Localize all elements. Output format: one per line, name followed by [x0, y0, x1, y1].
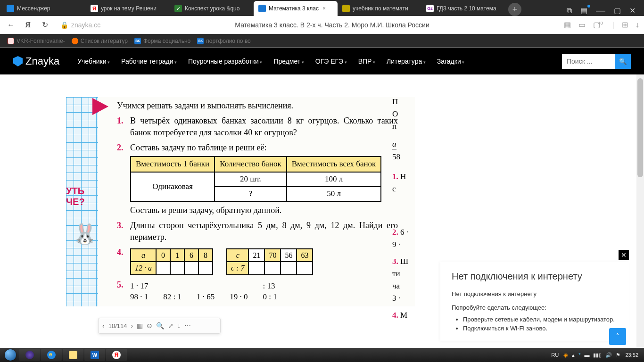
tray-icon-up[interactable]: ▴	[572, 352, 575, 358]
close-panel-button[interactable]: ✕	[619, 250, 629, 260]
edge-text: П	[392, 97, 411, 107]
tab-gdz[interactable]: GzГДЗ часть 2 10 матема	[421, 1, 505, 16]
new-tab-button[interactable]: +	[508, 3, 521, 16]
taskbar-explorer[interactable]	[63, 349, 83, 361]
download-icon[interactable]: ↓	[636, 21, 639, 29]
bookmark-portfolio[interactable]: ВКпортфолио по во	[197, 38, 251, 44]
word-icon: W	[91, 351, 99, 359]
url-text: znayka.cc	[71, 21, 100, 29]
bookmark-spisok[interactable]: Список литератур	[72, 38, 128, 44]
prev-page-button[interactable]: ‹	[102, 322, 105, 329]
menu-zagadki[interactable]: Загадки	[437, 58, 464, 65]
edge-text: Н	[400, 172, 406, 181]
next-page-button[interactable]: ›	[131, 322, 133, 329]
task-5: 5. 1 · 17 98 · 1 82 : 1 1 · 65 19 · 0 : …	[117, 279, 415, 303]
edge-text: Ш	[400, 257, 408, 266]
rabbit-illustration: 🐰	[73, 222, 97, 246]
bookmark-vkr[interactable]: VKR-Formirovanie-	[8, 38, 65, 44]
start-button[interactable]	[2, 349, 19, 361]
menu-vpr[interactable]: ВПР	[358, 58, 375, 65]
bookmark-forma[interactable]: ВКФорма социально	[134, 38, 190, 44]
minimize-button[interactable]: —	[596, 5, 605, 16]
site-menu: Учебники Рабочие тетради Поурочные разра…	[77, 58, 464, 65]
bluetooth-icon[interactable]: *	[578, 352, 580, 358]
close-window-button[interactable]: ✕	[629, 6, 636, 15]
taskbar-ie[interactable]: e	[41, 349, 62, 361]
zoom-out-button[interactable]: ⊖	[147, 322, 152, 329]
taskbar-yandex[interactable]: Я	[106, 349, 127, 361]
task-line: Составь и реши задачу, обратную данной.	[130, 206, 281, 215]
wifi-icon[interactable]: ▮▮▯	[593, 352, 602, 358]
edge-text: 58	[392, 152, 411, 162]
table-cell: 1	[170, 249, 184, 262]
tab-uchebnik[interactable]: учебник по математи	[338, 1, 421, 16]
fullscreen-button[interactable]: ⤢	[168, 322, 173, 329]
table-label: 12 · a	[131, 262, 156, 275]
grid-view-button[interactable]: ▦	[137, 322, 143, 329]
menu-oge-ege[interactable]: ОГЭ ЕГЭ	[315, 58, 347, 65]
video-icon[interactable]: ▭	[578, 20, 586, 29]
more-button[interactable]: ⋯	[184, 322, 191, 329]
download-page-button[interactable]: ↓	[177, 322, 181, 329]
tabs-count-icon[interactable]: ▢40	[593, 20, 605, 29]
menu-literatura[interactable]: Литература	[387, 58, 426, 65]
back-button[interactable]: ←	[5, 21, 17, 29]
page-counter: 10/114	[108, 322, 127, 329]
clock[interactable]: 23:52	[625, 352, 638, 358]
search-input[interactable]	[562, 54, 615, 69]
bookmark-label: VKR-Formirovanie-	[17, 38, 65, 44]
battery-icon[interactable]: ▬	[584, 352, 589, 358]
image-viewer-toolbar: ‹ 10/114 › ▦ ⊖ 🔍 ⤢ ↓ ⋯	[98, 318, 221, 334]
task2-table: Вместимость 1 банки Количество банок Вме…	[130, 156, 381, 202]
zoom-in-button[interactable]: 🔍	[156, 322, 164, 329]
tab-konspekt[interactable]: ✓Конспект урока &quo	[170, 1, 254, 16]
tab-messenger[interactable]: Мессенджер	[2, 1, 86, 16]
right-page-edge: П О п a 58 1. Н с 2. 6 · 9 · 3. Ш ти ча …	[392, 97, 411, 323]
table-cell: 8	[198, 249, 213, 262]
table-label: c : 7	[227, 262, 248, 275]
content-area: УТЬ ЧЕ? 🐰 Учимся решать задачи и выполня…	[0, 74, 644, 351]
tray-icon-firefox[interactable]: ◉	[563, 352, 568, 358]
flag-icon[interactable]: ⚑	[616, 352, 620, 358]
lock-icon: 🔒	[60, 21, 68, 29]
edge-text: a	[392, 140, 396, 149]
task-text: a 0 1 6 8 12 · a	[130, 247, 415, 275]
menu-predmet[interactable]: Предмет	[273, 58, 304, 65]
task-number: 1.	[117, 115, 125, 138]
page-viewport[interactable]: УТЬ ЧЕ? 🐰 Учимся решать задачи и выполня…	[0, 74, 636, 351]
tab-lesson[interactable]: Яурок на тему Решени	[86, 1, 170, 16]
volume-icon[interactable]: 🔊	[605, 352, 612, 358]
windows-logo-icon	[5, 349, 16, 361]
site-header: Znayka Учебники Рабочие тетради Поурочны…	[0, 48, 644, 74]
vertical-scrollbar[interactable]	[636, 74, 644, 351]
tab-label: учебник по математи	[353, 5, 408, 12]
site-logo[interactable]: Znayka	[13, 55, 59, 67]
taskbar-app-1[interactable]	[19, 349, 40, 361]
copy-window-icon[interactable]: ⧉	[567, 7, 572, 15]
expr-col: 1 · 17 98 · 1	[130, 281, 148, 303]
search-button[interactable]: 🔍	[615, 54, 631, 69]
menu-uchebniki[interactable]: Учебники	[77, 58, 110, 65]
bookmark-label: Список литератур	[81, 38, 128, 44]
back-to-top-button[interactable]: ˄	[609, 328, 626, 345]
sidebar-icon[interactable]: ⊞	[622, 20, 628, 29]
menu-tetradi[interactable]: Рабочие тетради	[121, 58, 177, 65]
table-cell: 21	[248, 249, 264, 262]
language-indicator[interactable]: RU	[551, 352, 559, 358]
taskbar-word[interactable]: W	[84, 349, 105, 361]
reload-button[interactable]: ↻	[39, 20, 51, 29]
task-text: Длины сторон четырёхугольника 5 дм, 8 дм…	[130, 220, 415, 243]
yandex-home-button[interactable]: Я	[22, 21, 34, 29]
window-controls: ⧉ ▤ — ▢ ✕	[560, 5, 642, 16]
menu-pourochnye[interactable]: Поурочные разработки	[188, 58, 262, 65]
divider: |	[612, 21, 614, 29]
maximize-button[interactable]: ▢	[614, 6, 621, 15]
scrollbar-thumb[interactable]	[637, 78, 643, 177]
extensions-icon[interactable]: ▤	[580, 6, 587, 15]
close-tab-icon[interactable]: ×	[322, 5, 326, 12]
tab-math-active[interactable]: Математика 3 клас×	[254, 1, 338, 16]
qr-icon[interactable]: ▦	[564, 20, 571, 29]
tab-label: ГДЗ часть 2 10 матема	[437, 5, 496, 12]
edge-text: ча	[392, 281, 411, 291]
url-field[interactable]: 🔒 znayka.cc	[60, 21, 100, 29]
